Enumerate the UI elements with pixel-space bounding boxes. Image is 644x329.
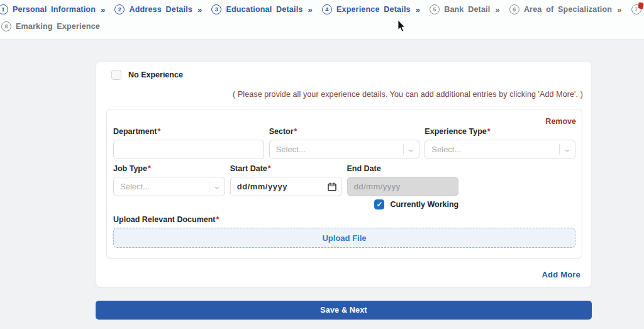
step-educational-details[interactable]: 3 Educational Details » <box>211 4 313 14</box>
experience-form-card: No Experience ( Please provide all your … <box>96 61 592 287</box>
step-number-badge: 3 <box>211 4 221 14</box>
step-bank-detail[interactable]: 5 Bank Detail » <box>430 4 500 14</box>
sector-label: Sector* <box>269 127 420 136</box>
chevron-right-icon: » <box>101 5 105 14</box>
remove-entry-link[interactable]: Remove <box>545 117 576 126</box>
sector-select-placeholder: Select... <box>276 145 403 154</box>
no-experience-label: No Experience <box>128 70 183 79</box>
step-label: Area of Specialization <box>524 5 612 14</box>
step-label: Experience Details <box>336 5 411 14</box>
chevron-down-icon: ⌄ <box>213 182 221 191</box>
fields-row-2: Job Type* Select... ⌄ Start Date* dd/mm/… <box>113 164 575 209</box>
end-date-field-group: End Date dd/mm/yyyy ✓ Currently Working <box>347 164 459 209</box>
job-type-label: Job Type* <box>113 164 225 173</box>
sector-select[interactable]: Select... ⌄ <box>269 140 420 159</box>
required-asterisk: * <box>148 164 151 173</box>
experience-type-select[interactable]: Select... ⌄ <box>425 140 575 159</box>
fields-row-1: Department* Sector* Select... ⌄ Experi <box>113 127 575 159</box>
stepper-row-1: 1 Personal Information » 2 Address Detai… <box>1 4 644 14</box>
start-date-field-group: Start Date* dd/mm/yyyy <box>230 164 342 196</box>
end-date-input-disabled: dd/mm/yyyy <box>347 177 459 196</box>
step-address-details[interactable]: 2 Address Details » <box>114 4 202 14</box>
step-label: Personal Information <box>13 5 96 14</box>
chevron-right-icon: » <box>197 5 202 14</box>
job-type-select[interactable]: Select... ⌄ <box>113 177 225 196</box>
experience-type-field-group: Experience Type* Select... ⌄ <box>425 127 575 159</box>
red-marker-icon <box>638 2 643 9</box>
step-label: Address Details <box>129 5 192 14</box>
end-date-label: End Date <box>347 164 459 173</box>
experience-entry-block: Remove Department* Sector* Select... ⌄ <box>106 109 582 259</box>
currently-working-checkbox[interactable]: ✓ <box>374 199 384 209</box>
chevron-down-icon: ⌄ <box>407 145 415 153</box>
currently-working-row: ✓ Currently Working <box>347 199 459 209</box>
step-area-of-specialization[interactable]: 6 Area of Specialization » <box>509 4 622 14</box>
department-field-group: Department* <box>113 127 264 159</box>
sector-field-group: Sector* Select... ⌄ <box>269 127 420 159</box>
step-label: Bank Detail <box>444 5 490 14</box>
experience-type-label: Experience Type* <box>425 127 575 136</box>
step-personal-information[interactable]: 1 Personal Information » <box>0 4 105 14</box>
chevron-right-icon: » <box>416 5 420 14</box>
instruction-note: ( Please provide all your experience det… <box>233 90 583 99</box>
step-experience-details[interactable]: 4 Experience Details » <box>322 4 420 14</box>
step-label: Educational Details <box>226 5 303 14</box>
wizard-stepper: 1 Personal Information » 2 Address Detai… <box>0 0 644 40</box>
department-label: Department* <box>113 127 264 136</box>
currently-working-label: Currently Working <box>390 200 458 209</box>
step-number-badge: 8 <box>1 21 11 31</box>
stepper-row-2: 8 Emarking Experience <box>1 21 644 31</box>
chevron-right-icon: » <box>308 5 313 14</box>
select-separator <box>403 144 404 155</box>
step-number-badge: 6 <box>509 4 519 14</box>
step-number-badge: 1 <box>0 4 8 14</box>
required-asterisk: * <box>216 215 219 224</box>
end-date-placeholder: dd/mm/yyyy <box>354 182 453 191</box>
select-separator <box>559 144 560 155</box>
add-more-link[interactable]: Add More <box>541 270 580 279</box>
required-asterisk: * <box>294 127 297 136</box>
upload-document-label: Upload Relevant Document* <box>113 215 575 224</box>
save-next-button[interactable]: Save & Next <box>96 301 592 320</box>
step-number-badge: 4 <box>322 4 332 14</box>
start-date-input[interactable]: dd/mm/yyyy <box>230 177 342 196</box>
chevron-down-icon: ⌄ <box>563 145 571 153</box>
step-emarking-experience[interactable]: 8 Emarking Experience <box>1 21 100 31</box>
step-number-badge: 2 <box>114 4 125 14</box>
upload-file-button[interactable]: Upload File <box>113 228 575 248</box>
step-label: Emarking Experience <box>16 22 100 31</box>
select-separator <box>209 181 209 192</box>
job-type-field-group: Job Type* Select... ⌄ <box>113 164 225 196</box>
start-date-placeholder: dd/mm/yyyy <box>237 182 328 191</box>
chevron-right-icon: » <box>495 5 499 14</box>
required-asterisk: * <box>268 164 271 173</box>
required-asterisk: * <box>157 127 160 136</box>
calendar-icon[interactable] <box>328 182 336 191</box>
department-input-wrap <box>113 140 264 159</box>
department-input[interactable] <box>120 145 258 154</box>
required-asterisk: * <box>487 127 491 136</box>
job-type-select-placeholder: Select... <box>120 182 209 191</box>
chevron-right-icon: » <box>617 5 621 14</box>
no-experience-checkbox[interactable] <box>111 70 121 80</box>
start-date-label: Start Date* <box>230 164 342 173</box>
step-number-badge: 5 <box>430 4 440 14</box>
no-experience-row: No Experience <box>111 70 183 80</box>
experience-type-select-placeholder: Select... <box>431 145 558 154</box>
